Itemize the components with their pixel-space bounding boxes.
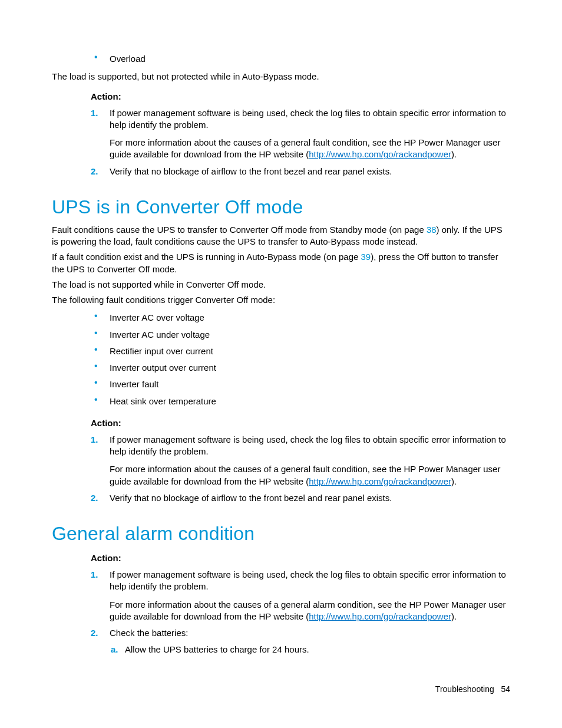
- bullet-text: Inverter AC over voltage: [110, 312, 204, 322]
- hp-link[interactable]: http://www.hp.com/go/rackandpower: [309, 611, 451, 621]
- bullet-text: Inverter output over current: [110, 363, 216, 373]
- document-page: Overload The load is supported, but not …: [0, 0, 562, 728]
- bullet-list-faults: Inverter AC over voltage Inverter AC und…: [91, 309, 510, 410]
- list-item: Inverter AC over voltage: [91, 309, 510, 326]
- section-heading-converter: UPS is in Converter Off mode: [52, 196, 510, 218]
- body-paragraph: If a fault condition exist and the UPS i…: [52, 251, 510, 275]
- action-heading: Action:: [91, 418, 510, 428]
- list-item: Inverter AC under voltage: [91, 327, 510, 343]
- list-item: If power management software is being us…: [91, 431, 510, 490]
- footer-section: Troubleshooting: [435, 684, 494, 694]
- ordered-list-converter: If power management software is being us…: [91, 431, 510, 506]
- body-paragraph: The load is supported, but not protected…: [52, 71, 510, 83]
- body-paragraph: The load is not supported while in Conve…: [52, 279, 510, 291]
- list-item: Heat sink over temperature: [91, 393, 510, 410]
- page-footer: Troubleshooting 54: [435, 684, 510, 694]
- step-text: Check the batteries:: [110, 627, 510, 639]
- ordered-list-alarm: If power management software is being us…: [91, 566, 510, 660]
- list-item: Inverter fault: [91, 376, 510, 393]
- bullet-text: Heat sink over temperature: [110, 396, 216, 406]
- list-item: Verify that no blockage of airflow to th…: [91, 490, 510, 506]
- step-text: If power management software is being us…: [110, 107, 510, 131]
- bullet-text: Inverter fault: [110, 379, 158, 389]
- list-item: Allow the UPS batteries to charge for 24…: [110, 643, 510, 657]
- body-paragraph: The following fault conditions trigger C…: [52, 294, 510, 306]
- list-item: Check the batteries: Allow the UPS batte…: [91, 625, 510, 660]
- action-heading: Action:: [91, 553, 510, 563]
- page-ref[interactable]: 38: [427, 225, 437, 235]
- step-text: For more information about the causes of…: [110, 137, 510, 161]
- action-heading: Action:: [91, 91, 510, 101]
- body-paragraph: Fault conditions cause the UPS to transf…: [52, 224, 510, 248]
- page-ref[interactable]: 39: [361, 252, 371, 262]
- footer-page-number: 54: [501, 684, 510, 694]
- step-text: Allow the UPS batteries to charge for 24…: [125, 644, 309, 654]
- list-item: If power management software is being us…: [91, 105, 510, 163]
- step-text: For more information about the causes of…: [110, 463, 510, 487]
- step-text: Verify that no blockage of airflow to th…: [110, 166, 510, 177]
- step-text: If power management software is being us…: [110, 434, 510, 458]
- step-text: If power management software is being us…: [110, 569, 510, 593]
- bullet-list-top: Overload: [91, 51, 510, 67]
- bullet-text: Rectifier input over current: [110, 346, 213, 356]
- ordered-list-top: If power management software is being us…: [91, 105, 510, 180]
- list-item: Overload: [91, 51, 510, 67]
- list-item: Inverter output over current: [91, 360, 510, 376]
- alpha-list: Allow the UPS batteries to charge for 24…: [110, 643, 510, 657]
- bullet-text: Inverter AC under voltage: [110, 330, 210, 340]
- list-item: Rectifier input over current: [91, 343, 510, 360]
- list-item: Verify that no blockage of airflow to th…: [91, 163, 510, 180]
- hp-link[interactable]: http://www.hp.com/go/rackandpower: [309, 476, 451, 486]
- list-item: If power management software is being us…: [91, 566, 510, 625]
- step-text: Verify that no blockage of airflow to th…: [110, 492, 510, 504]
- hp-link[interactable]: http://www.hp.com/go/rackandpower: [309, 149, 451, 159]
- section-heading-alarm: General alarm condition: [52, 523, 510, 545]
- step-text: For more information about the causes of…: [110, 599, 510, 623]
- bullet-text: Overload: [110, 54, 146, 64]
